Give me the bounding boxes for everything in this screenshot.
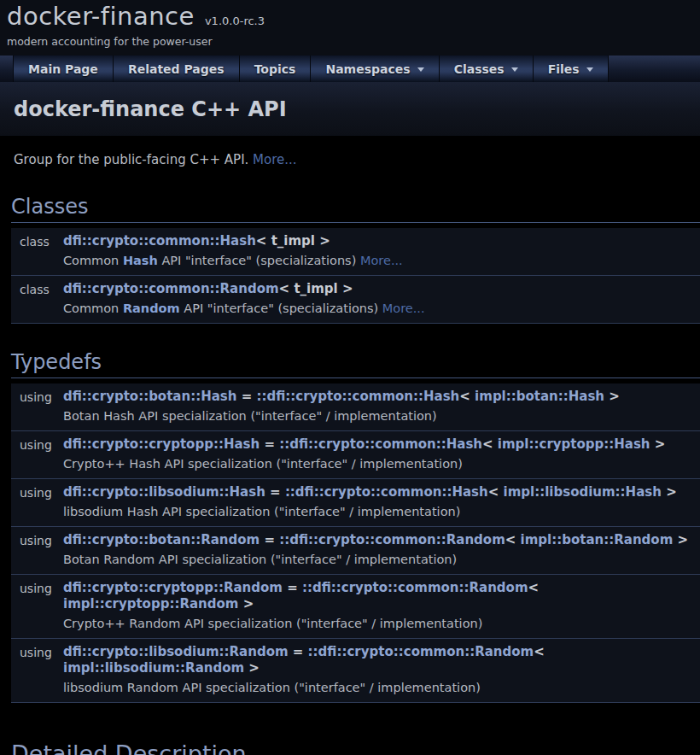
member-body: dfi::crypto::botan::Hash = ::dfi::crypto… bbox=[63, 389, 700, 424]
nav-tab-main-page[interactable]: Main Page bbox=[13, 56, 114, 82]
nav-tab-namespaces[interactable]: Namespaces bbox=[311, 56, 439, 82]
typedefs-heading: Typedefs bbox=[11, 350, 700, 378]
nav-tab-topics[interactable]: Topics bbox=[240, 56, 312, 82]
contents: Group for the public-facing C++ API. Mor… bbox=[11, 152, 700, 755]
typedef-impl-link[interactable]: impl::libsodium::Random bbox=[63, 660, 244, 676]
member-body: dfi::crypto::common::Random< t_impl > Co… bbox=[63, 281, 700, 316]
template-open: < bbox=[534, 644, 549, 659]
member-kind: using bbox=[11, 484, 63, 519]
more-link[interactable]: More... bbox=[253, 152, 297, 167]
member-body: dfi::crypto::botan::Random = ::dfi::cryp… bbox=[63, 532, 700, 567]
nav-tab-classes[interactable]: Classes bbox=[440, 56, 534, 82]
member-kind: using bbox=[11, 580, 63, 631]
typedef-impl-link[interactable]: impl::botan::Hash bbox=[475, 389, 604, 404]
table-row: using dfi::crypto::cryptopp::Hash = ::df… bbox=[11, 431, 700, 479]
template-open: < bbox=[482, 436, 498, 452]
nav-tab-label: Main Page bbox=[28, 62, 98, 76]
typedef-link[interactable]: dfi::crypto::libsodium::Random bbox=[63, 644, 289, 659]
typedef-link[interactable]: dfi::crypto::botan::Random bbox=[63, 532, 260, 547]
template-open: < bbox=[488, 484, 504, 500]
member-name-line: dfi::crypto::cryptopp::Hash = ::dfi::cry… bbox=[63, 436, 700, 453]
member-kind: using bbox=[11, 532, 63, 567]
typedef-target-link[interactable]: ::dfi::crypto::common::Random bbox=[279, 532, 505, 547]
more-link[interactable]: More... bbox=[382, 301, 425, 315]
template-open: < bbox=[459, 389, 475, 404]
nav-tab-label: Classes bbox=[454, 62, 505, 76]
nav-tab-label: Topics bbox=[254, 62, 296, 76]
typedef-link[interactable]: dfi::crypto::cryptopp::Hash bbox=[63, 436, 260, 452]
nav-tab-related-pages[interactable]: Related Pages bbox=[114, 56, 240, 82]
member-body: dfi::crypto::libsodium::Random = ::dfi::… bbox=[63, 644, 700, 695]
project-name-row: docker-finance v1.0.0-rc.3 bbox=[7, 2, 700, 31]
typedef-target-link[interactable]: ::dfi::crypto::common::Random bbox=[308, 644, 534, 659]
typedef-eq: = bbox=[283, 580, 302, 595]
intro-text: Group for the public-facing C++ API. bbox=[14, 152, 253, 167]
typedef-impl-link[interactable]: impl::libsodium::Hash bbox=[504, 484, 662, 500]
typedef-target-link[interactable]: ::dfi::crypto::common::Hash bbox=[279, 436, 482, 452]
member-description: Common Random API "interface" (specializ… bbox=[63, 301, 700, 316]
member-name-line: dfi::crypto::common::Random< t_impl > bbox=[63, 281, 700, 297]
main-nav: Main Page Related Pages Topics Namespace… bbox=[0, 56, 700, 82]
template-args: < t_impl > bbox=[256, 233, 330, 249]
typedef-eq: = bbox=[260, 532, 279, 547]
table-row: class dfi::crypto::common::Random< t_imp… bbox=[11, 276, 700, 324]
member-name-line: dfi::crypto::libsodium::Hash = ::dfi::cr… bbox=[63, 484, 700, 500]
member-description: Crypto++ Hash API specialization ("inter… bbox=[63, 456, 700, 471]
typedef-impl-link[interactable]: impl::cryptopp::Hash bbox=[498, 436, 650, 452]
chevron-down-icon bbox=[417, 67, 424, 72]
nav-tab-files[interactable]: Files bbox=[534, 56, 609, 82]
member-name-line: dfi::crypto::botan::Hash = ::dfi::crypto… bbox=[63, 389, 700, 405]
member-name-line: dfi::crypto::libsodium::Random = ::dfi::… bbox=[63, 644, 700, 676]
typedef-link[interactable]: dfi::crypto::botan::Hash bbox=[63, 389, 236, 404]
typedef-target-link[interactable]: ::dfi::crypto::common::Random bbox=[302, 580, 528, 595]
chevron-down-icon bbox=[586, 67, 593, 72]
member-kind: class bbox=[11, 281, 63, 316]
member-description: Common Hash API "interface" (specializat… bbox=[63, 253, 700, 268]
intro-paragraph: Group for the public-facing C++ API. Mor… bbox=[14, 152, 697, 168]
member-kind: using bbox=[11, 644, 63, 695]
typedef-eq: = bbox=[260, 436, 279, 452]
template-close: > bbox=[673, 532, 688, 547]
member-name-line: dfi::crypto::botan::Random = ::dfi::cryp… bbox=[63, 532, 700, 548]
member-body: dfi::crypto::cryptopp::Random = ::dfi::c… bbox=[63, 580, 700, 631]
typedef-eq: = bbox=[236, 389, 256, 404]
table-row: using dfi::crypto::libsodium::Random = :… bbox=[11, 639, 700, 703]
template-close: > bbox=[244, 660, 260, 676]
typedef-link[interactable]: dfi::crypto::libsodium::Hash bbox=[63, 484, 265, 500]
member-kind: class bbox=[11, 233, 63, 268]
more-link[interactable]: More... bbox=[360, 254, 403, 267]
typedef-link[interactable]: dfi::crypto::cryptopp::Random bbox=[63, 580, 283, 595]
template-close: > bbox=[662, 484, 677, 500]
table-row: using dfi::crypto::cryptopp::Random = ::… bbox=[11, 575, 700, 639]
member-description: Botan Random API specialization ("interf… bbox=[63, 552, 700, 567]
typedef-target-link[interactable]: ::dfi::crypto::common::Hash bbox=[285, 484, 488, 500]
class-link[interactable]: dfi::crypto::common::Random bbox=[63, 281, 279, 296]
classes-table: class dfi::crypto::common::Hash< t_impl … bbox=[11, 228, 700, 324]
typedef-eq: = bbox=[265, 484, 285, 500]
member-body: dfi::crypto::cryptopp::Hash = ::dfi::cry… bbox=[63, 436, 700, 471]
class-desc-link[interactable]: Random bbox=[123, 301, 180, 315]
typedef-impl-link[interactable]: impl::botan::Random bbox=[521, 532, 674, 547]
typedef-impl-link[interactable]: impl::cryptopp::Random bbox=[63, 596, 238, 612]
member-description: Botan Hash API specialization ("interfac… bbox=[63, 408, 700, 424]
detailed-description-heading: Detailed Description bbox=[11, 740, 700, 755]
nav-tab-label: Namespaces bbox=[325, 62, 410, 76]
classes-heading: Classes bbox=[11, 195, 700, 223]
project-name: docker-finance bbox=[7, 2, 195, 31]
template-args: < t_impl > bbox=[279, 281, 353, 296]
typedef-target-link[interactable]: ::dfi::crypto::common::Hash bbox=[256, 389, 459, 404]
member-name-line: dfi::crypto::cryptopp::Random = ::dfi::c… bbox=[63, 580, 700, 612]
title-area: docker-finance v1.0.0-rc.3 modern accoun… bbox=[0, 0, 700, 56]
desc-text: Common bbox=[63, 254, 123, 267]
table-row: using dfi::crypto::botan::Random = ::dfi… bbox=[11, 527, 700, 575]
member-description: Crypto++ Random API specialization ("int… bbox=[63, 616, 700, 631]
template-open: < bbox=[528, 580, 544, 595]
member-description: libsodium Hash API specialization ("inte… bbox=[63, 504, 700, 519]
template-close: > bbox=[604, 389, 620, 404]
class-link[interactable]: dfi::crypto::common::Hash bbox=[63, 233, 256, 249]
member-body: dfi::crypto::libsodium::Hash = ::dfi::cr… bbox=[63, 484, 700, 519]
template-open: < bbox=[505, 532, 521, 547]
class-desc-link[interactable]: Hash bbox=[123, 254, 158, 267]
template-close: > bbox=[238, 596, 254, 612]
nav-tab-label: Related Pages bbox=[128, 62, 225, 76]
